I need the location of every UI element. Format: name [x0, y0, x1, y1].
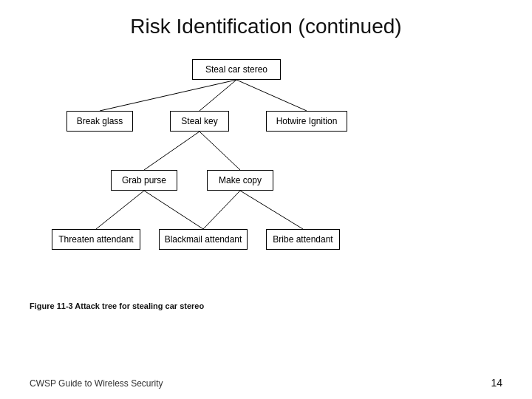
svg-line-7 [203, 191, 240, 229]
svg-line-8 [240, 191, 303, 229]
node-grab-purse: Grab purse [111, 170, 177, 191]
svg-line-0 [100, 80, 236, 111]
diagram-area: Steal car stereo Break glass Steal key H… [30, 52, 502, 288]
page: Risk Identification (continued) [0, 0, 532, 399]
page-title: Risk Identification (continued) [30, 15, 502, 38]
svg-line-6 [144, 191, 203, 229]
node-threaten-attendant: Threaten attendant [52, 229, 140, 250]
svg-line-2 [236, 80, 307, 111]
node-steal-car-stereo: Steal car stereo [192, 59, 281, 80]
page-number: 14 [491, 377, 502, 389]
node-blackmail-attendant: Blackmail attendant [159, 229, 248, 250]
node-hotwire-ignition: Hotwire Ignition [266, 111, 347, 132]
svg-line-3 [144, 132, 200, 170]
svg-line-1 [200, 80, 236, 111]
node-steal-key: Steal key [170, 111, 229, 132]
node-make-copy: Make copy [207, 170, 273, 191]
svg-line-5 [96, 191, 144, 229]
footer: CWSP Guide to Wireless Security 14 [30, 377, 502, 389]
node-break-glass: Break glass [66, 111, 133, 132]
svg-line-4 [200, 132, 240, 170]
footer-left-text: CWSP Guide to Wireless Security [30, 378, 163, 389]
node-bribe-attendant: Bribe attendant [266, 229, 340, 250]
figure-caption: Figure 11-3 Attack tree for stealing car… [30, 301, 204, 310]
